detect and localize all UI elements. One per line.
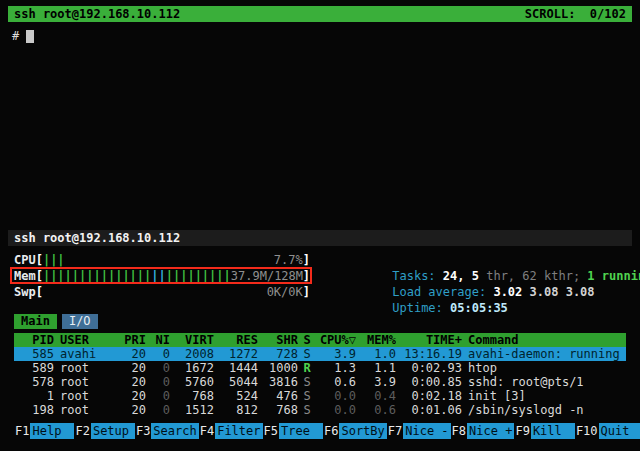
virt-cell: 2008 [170,347,214,361]
htop-header-area: CPU[|||7.7%] Mem[|||||||||||||||||||||||… [14,252,626,300]
header-state[interactable]: S [298,333,316,347]
time-cell: 0:01.06 [396,403,462,417]
ssh-session-title: ssh root@192.168.10.112 [14,230,180,246]
fkey-label: Quit [599,423,640,439]
table-row[interactable]: 589 root 20 0 1672 1444 1000 R 1.3 1.1 0… [14,361,626,375]
header-mem[interactable]: MEM% [356,333,396,347]
pid-cell: 198 [14,403,54,417]
terminal-cursor [26,30,34,43]
table-row[interactable]: 1 root 20 0 768 524 476 S 0.0 0.4 0:02.1… [14,389,626,403]
top-pane-titlebar: ssh root@192.168.10.112 SCROLL: 0/102 [8,6,632,22]
pid-cell: 1 [14,389,54,403]
fkey-label: Setup [91,423,135,439]
cpu-meter-value: 7.7% [274,252,303,268]
header-time[interactable]: TIME+ [396,333,462,347]
tab-io[interactable]: I/O [62,314,98,329]
header-virt[interactable]: VIRT [170,333,214,347]
fkey-label: SortBy [339,423,386,439]
fkey-label: Help [30,423,74,439]
cpu-cell: 0.0 [316,389,356,403]
fkey-number: F7 [387,423,403,439]
fkey-quit[interactable]: F10Quit [575,423,640,439]
uptime-value: 05:05:35 [450,301,508,315]
fkey-kill[interactable]: F9Kill [514,423,574,439]
fkey-nice-minus[interactable]: F7Nice - [387,423,451,439]
ni-cell: 0 [146,389,170,403]
user-cell: avahi [54,347,114,361]
swap-meter-value: 0K/0K [267,284,303,300]
header-pid[interactable]: PID [14,333,54,347]
state-cell: S [298,347,316,361]
tasks-count: 24, [443,269,472,283]
time-cell: 13:16.19 [396,347,462,361]
header-pri[interactable]: PRI [114,333,146,347]
pid-cell: 578 [14,375,54,389]
load-15min: 3.08 [566,285,595,299]
fkey-tree[interactable]: F5Tree [263,423,323,439]
bottom-pane-titlebar: ssh root@192.168.10.112 [8,230,632,246]
table-header-row[interactable]: PID USER PRI NI VIRT RES SHR S CPU%▽ MEM… [14,333,626,347]
user-cell: root [54,403,114,417]
header-command[interactable]: Command [462,333,626,347]
fkey-help[interactable]: F1Help [14,423,74,439]
user-cell: root [54,389,114,403]
cpu-cell: 0.6 [316,375,356,389]
mem-bars-used: ||||||||| [166,269,231,283]
mem-meter-value: 37.9M/128M [231,268,303,284]
screen-tabs: Main I/O [14,314,626,329]
fkey-label: Nice + [467,423,514,439]
header-cpu-sort[interactable]: CPU%▽ [316,333,356,347]
tab-main[interactable]: Main [14,314,57,329]
fkey-number: F10 [575,423,599,439]
time-cell: 0:00.85 [396,375,462,389]
function-key-bar: F1Help F2Setup F3Search F4Filter F5Tree … [14,423,626,439]
bracket: [ [36,284,43,300]
ni-cell: 0 [146,361,170,375]
fkey-number: F4 [199,423,215,439]
bracket: ] [303,268,310,284]
tasks-label: Tasks: [392,269,443,283]
fkey-label: Search [151,423,198,439]
fkey-search[interactable]: F3Search [135,423,199,439]
scroll-indicator: SCROLL: 0/102 [525,6,626,22]
mem-bars-used: ||||||||||||||| [43,269,151,283]
fkey-filter[interactable]: F4Filter [199,423,263,439]
thread-count: 5 [472,269,486,283]
header-user[interactable]: USER [54,333,114,347]
shell-prompt-line[interactable]: # [8,29,632,43]
fkey-nice-plus[interactable]: F8Nice + [451,423,515,439]
command-cell: avahi-daemon: running [462,347,626,361]
mem-meter: Mem[||||||||||||||||||||||||||37.9M/128M… [14,268,310,284]
table-row[interactable]: 578 root 20 0 5760 5044 3816 S 0.6 3.9 0… [14,375,626,389]
uptime-label: Uptime: [392,301,450,315]
table-row-selected[interactable]: 585 avahi 20 0 2008 1272 728 S 3.9 1.0 1… [14,347,626,361]
pri-cell: 20 [114,389,146,403]
time-cell: 0:02.18 [396,389,462,403]
fkey-number: F3 [135,423,151,439]
table-row[interactable]: 198 root 20 0 1512 812 768 S 0.0 0.6 0:0… [14,403,626,417]
command-cell: sshd: root@pts/1 [462,375,626,389]
header-res[interactable]: RES [214,333,258,347]
mem-bars-buffers: || [151,269,165,283]
fkey-sortby[interactable]: F6SortBy [323,423,387,439]
command-cell: init [3] [462,389,626,403]
shr-cell: 1000 [258,361,298,375]
mem-cell: 3.9 [356,375,396,389]
load-1min: 3.02 [493,285,529,299]
virt-cell: 1512 [170,403,214,417]
header-shr[interactable]: SHR [258,333,298,347]
ni-cell: 0 [146,375,170,389]
header-ni[interactable]: NI [146,333,170,347]
ssh-session-title: ssh root@192.168.10.112 [14,6,180,22]
swap-meter-label: Swp [14,284,36,300]
mem-cell: 1.1 [356,361,396,375]
fkey-label: Kill [531,423,575,439]
cpu-meter-label: CPU [14,252,36,268]
fkey-label: Filter [215,423,262,439]
fkey-number: F5 [263,423,279,439]
res-cell: 5044 [214,375,258,389]
mem-meter-label: Mem [14,268,36,284]
shr-cell: 768 [258,403,298,417]
fkey-setup[interactable]: F2Setup [74,423,134,439]
bracket: ] [303,252,310,268]
